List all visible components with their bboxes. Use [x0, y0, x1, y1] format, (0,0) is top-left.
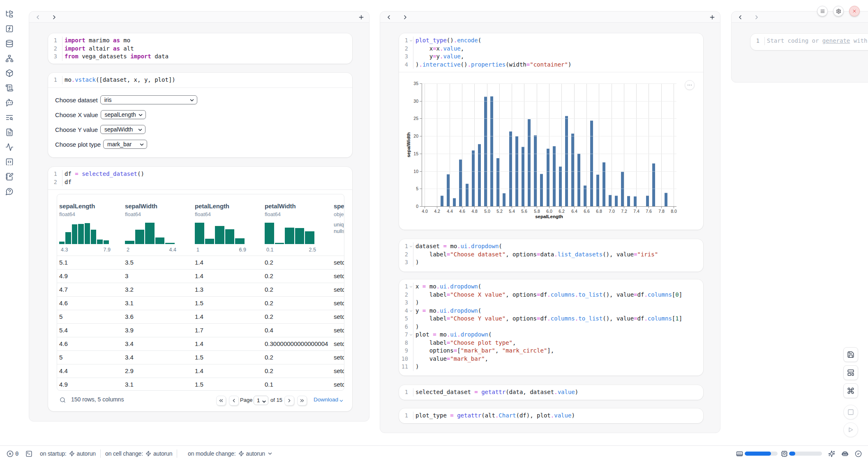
- chat-bot-icon[interactable]: [5, 99, 14, 107]
- code-line[interactable]: ): [413, 323, 419, 331]
- table-row[interactable]: 53.41.50.2setosa: [57, 350, 344, 364]
- save-button[interactable]: [843, 347, 858, 362]
- stop-button[interactable]: [843, 405, 858, 420]
- code-line[interactable]: label="Choose dataset", options=data.lis…: [413, 251, 658, 259]
- dropdown-select[interactable]: mark_bar: [103, 140, 147, 149]
- circle-x-icon[interactable]: [7, 450, 14, 457]
- run-mode-item[interactable]: on cell change:autorun: [105, 446, 172, 461]
- column-prev-icon[interactable]: [737, 14, 743, 21]
- column-prev-icon[interactable]: [386, 14, 392, 21]
- table-row[interactable]: 5.13.51.40.2setosa: [57, 256, 344, 269]
- dropdown-select[interactable]: sepalLength: [101, 110, 146, 119]
- sparkles-icon[interactable]: [828, 450, 835, 457]
- run-button[interactable]: [843, 422, 858, 437]
- run-mode-item[interactable]: on startup:autorun: [40, 446, 96, 461]
- code-line[interactable]: ): [413, 258, 419, 267]
- code-line[interactable]: plot_type().encode(: [413, 37, 481, 45]
- column-header[interactable]: petalLength: [195, 203, 229, 210]
- layout-button[interactable]: [843, 365, 858, 380]
- dropdown-select[interactable]: iris: [100, 95, 197, 104]
- fold-chevron-icon[interactable]: [409, 331, 413, 335]
- cell-imports[interactable]: 1import marimo as mo2import altair as al…: [48, 33, 352, 64]
- table-row[interactable]: 53.61.40.2setosa: [57, 310, 344, 323]
- search-icon[interactable]: [60, 397, 66, 403]
- table-row[interactable]: 4.93.11.50.1setosa: [57, 378, 344, 391]
- code-line[interactable]: mo.vstack([dataset, x, y, plot]): [62, 76, 175, 84]
- column-header[interactable]: species: [334, 203, 344, 210]
- table-row[interactable]: 4.73.21.30.2setosa: [57, 283, 344, 296]
- generate-link[interactable]: generate: [822, 37, 850, 44]
- fold-chevron-icon[interactable]: [409, 37, 413, 41]
- run-mode-value[interactable]: autorun: [77, 446, 96, 461]
- code-line[interactable]: df: [62, 178, 72, 187]
- code-line[interactable]: options=["mark_bar", "mark_circle"],: [413, 347, 554, 355]
- code-line[interactable]: x=x.value,: [413, 45, 464, 53]
- documentation-icon[interactable]: [5, 84, 14, 92]
- code-line[interactable]: y = mo.ui.dropdown(: [413, 307, 481, 315]
- notebook-menu-icon[interactable]: [817, 6, 828, 16]
- cell-plot-type[interactable]: 1plot_type = getattr(alt.Chart(df), plot…: [399, 408, 703, 423]
- snippets-icon[interactable]: [5, 158, 14, 166]
- add-column-icon[interactable]: [358, 14, 365, 21]
- square-function-icon[interactable]: [5, 25, 14, 33]
- scratchpad-icon[interactable]: [5, 173, 14, 181]
- column-next-icon[interactable]: [51, 14, 58, 21]
- column-next-icon[interactable]: [402, 14, 409, 21]
- logs-search-icon[interactable]: [5, 113, 14, 122]
- code-line[interactable]: df = selected_dataset(): [62, 170, 144, 178]
- table-row[interactable]: 4.42.91.40.2setosa: [57, 364, 344, 378]
- code-line[interactable]: plot_type = getattr(alt.Chart(df), plot.…: [413, 412, 575, 420]
- run-mode-item[interactable]: on module change:autorun: [188, 446, 273, 461]
- code-line[interactable]: ).interactive().properties(width="contai…: [413, 61, 571, 69]
- code-line[interactable]: plot = mo.ui.dropdown(: [413, 331, 492, 339]
- table-row[interactable]: 4.63.41.40.30000000000000004setosa: [57, 337, 344, 350]
- add-column-icon[interactable]: [709, 14, 716, 21]
- last-page-button[interactable]: [297, 396, 307, 406]
- run-mode-value[interactable]: autorun: [153, 446, 172, 461]
- square-terminal-icon[interactable]: [25, 450, 32, 457]
- cell-dataframe[interactable]: 1df = selected_dataset()2df sepalLengthf…: [48, 167, 352, 411]
- next-page-button[interactable]: [284, 396, 294, 406]
- circle-check-icon[interactable]: [855, 450, 862, 457]
- cell-selected-dataset[interactable]: 1selected_dataset = getattr(data, datase…: [399, 385, 703, 400]
- code-line[interactable]: ): [413, 363, 419, 371]
- run-mode-value[interactable]: autorun: [246, 446, 265, 461]
- cpu-icon[interactable]: [781, 450, 788, 457]
- code-line[interactable]: import altair as alt: [62, 45, 134, 53]
- code-line[interactable]: dataset = mo.ui.dropdown(: [413, 242, 502, 251]
- code-line[interactable]: import marimo as mo: [62, 37, 130, 45]
- first-page-button[interactable]: [216, 396, 226, 406]
- cell-vstack[interactable]: 1mo.vstack([dataset, x, y, plot]) Choose…: [48, 73, 352, 157]
- fold-chevron-icon[interactable]: [409, 307, 413, 311]
- dependency-graph-icon[interactable]: [5, 54, 14, 62]
- folder-tree-icon[interactable]: [5, 10, 14, 18]
- shutdown-icon[interactable]: [849, 6, 860, 16]
- fold-chevron-icon[interactable]: [409, 243, 413, 247]
- dropdown-select[interactable]: sepalWidth: [100, 125, 145, 134]
- column-header[interactable]: sepalWidth: [125, 203, 157, 210]
- code-line[interactable]: ): [413, 299, 419, 307]
- database-icon[interactable]: [5, 39, 14, 48]
- code-line[interactable]: value="mark_bar",: [413, 355, 488, 363]
- table-row[interactable]: 4.63.11.50.2setosa: [57, 296, 344, 310]
- copilot-icon[interactable]: [841, 450, 849, 458]
- code-line[interactable]: label="Choose Y value", options=df.colum…: [413, 315, 682, 323]
- fold-chevron-icon[interactable]: [409, 283, 413, 287]
- keyboard-shortcuts-button[interactable]: [843, 383, 858, 398]
- column-header[interactable]: sepalLength: [59, 203, 95, 210]
- chart-menu-icon[interactable]: [685, 80, 695, 90]
- file-document-icon[interactable]: [5, 128, 14, 136]
- tracing-icon[interactable]: [5, 143, 14, 151]
- table-row[interactable]: 5.43.91.70.4setosa: [57, 323, 344, 337]
- code-line[interactable]: y=y.value,: [413, 53, 464, 61]
- packages-icon[interactable]: [5, 69, 14, 77]
- code-line[interactable]: label="Choose plot type",: [413, 339, 516, 347]
- code-line[interactable]: label="Choose X value", options=df.colum…: [413, 291, 682, 299]
- help-icon[interactable]: [5, 187, 14, 196]
- code-placeholder[interactable]: Start coding or generate with AI: [764, 37, 868, 45]
- table-row[interactable]: 4.931.40.2setosa: [57, 269, 344, 283]
- cell-dataset-dropdown[interactable]: 1dataset = mo.ui.dropdown(2 label="Choos…: [399, 239, 703, 272]
- cell-empty[interactable]: 1Start coding or generate with AI: [750, 34, 868, 50]
- download-link[interactable]: Download: [314, 396, 338, 403]
- code-line[interactable]: x = mo.ui.dropdown(: [413, 283, 481, 291]
